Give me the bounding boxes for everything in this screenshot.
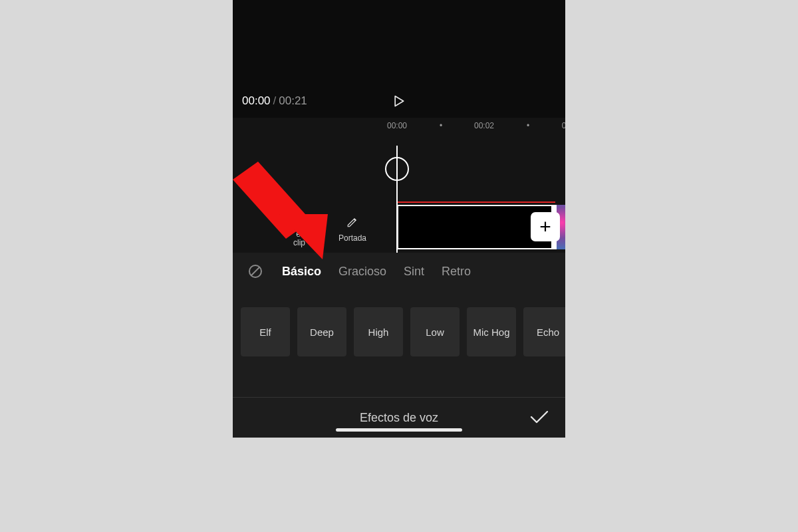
home-indicator xyxy=(336,428,462,432)
preset-echo[interactable]: Echo xyxy=(523,307,565,356)
time-current: 00:00 xyxy=(242,94,271,108)
none-icon xyxy=(247,263,263,279)
phone-frame: 00:00 / 00:21 00:00 • 00:02 • 0 el clip xyxy=(233,0,565,438)
ruler-tick: 00:00 xyxy=(387,121,407,130)
ruler-dot: • xyxy=(440,121,442,130)
timeline[interactable]: 00:00 • 00:02 • 0 el clip Portada + xyxy=(233,118,565,253)
add-clip-button[interactable]: + xyxy=(531,212,560,241)
tab-gracioso[interactable]: Gracioso xyxy=(338,265,386,279)
effect-category-tabs: Básico Gracioso Sint Retro xyxy=(233,262,565,281)
play-button[interactable] xyxy=(390,92,408,110)
transport-bar: 00:00 / 00:21 xyxy=(233,86,565,116)
preset-high[interactable]: High xyxy=(354,307,403,356)
preset-elf[interactable]: Elf xyxy=(241,307,290,356)
ruler-tick: 0 xyxy=(562,121,565,130)
tab-basico[interactable]: Básico xyxy=(282,265,321,279)
time-total: 00:21 xyxy=(279,94,307,108)
preset-mic-hog[interactable]: Mic Hog xyxy=(467,307,516,356)
clip-tool-label-2: clip xyxy=(293,238,305,247)
video-preview: 00:00 / 00:21 xyxy=(233,0,565,118)
clip-tool-button[interactable]: el clip xyxy=(276,214,323,247)
ruler-dot: • xyxy=(527,121,529,130)
clip-tool-label-1: el xyxy=(296,229,302,239)
no-effect-button[interactable] xyxy=(246,262,265,281)
confirm-button[interactable] xyxy=(529,410,549,426)
tab-retro[interactable]: Retro xyxy=(442,265,471,279)
plus-icon: + xyxy=(539,215,551,238)
preset-deep[interactable]: Deep xyxy=(297,307,346,356)
clip-marker xyxy=(397,201,555,203)
preset-low[interactable]: Low xyxy=(410,307,460,356)
cover-tool-button[interactable]: Portada xyxy=(329,214,376,243)
voice-effects-panel: Básico Gracioso Sint Retro Elf Deep High… xyxy=(233,253,565,438)
tab-sint[interactable]: Sint xyxy=(404,265,424,279)
panel-title: Efectos de voz xyxy=(360,411,438,425)
svg-line-1 xyxy=(251,267,260,276)
time-separator: / xyxy=(271,94,279,108)
ruler-tick: 00:02 xyxy=(474,121,494,130)
play-icon xyxy=(392,94,406,108)
cover-tool-label: Portada xyxy=(329,234,376,243)
pencil-icon xyxy=(329,214,376,230)
time-ruler: 00:00 • 00:02 • 0 xyxy=(233,121,565,134)
voice-preset-list: Elf Deep High Low Mic Hog Echo xyxy=(241,307,565,356)
playhead-line xyxy=(396,146,398,253)
check-icon xyxy=(529,410,549,426)
